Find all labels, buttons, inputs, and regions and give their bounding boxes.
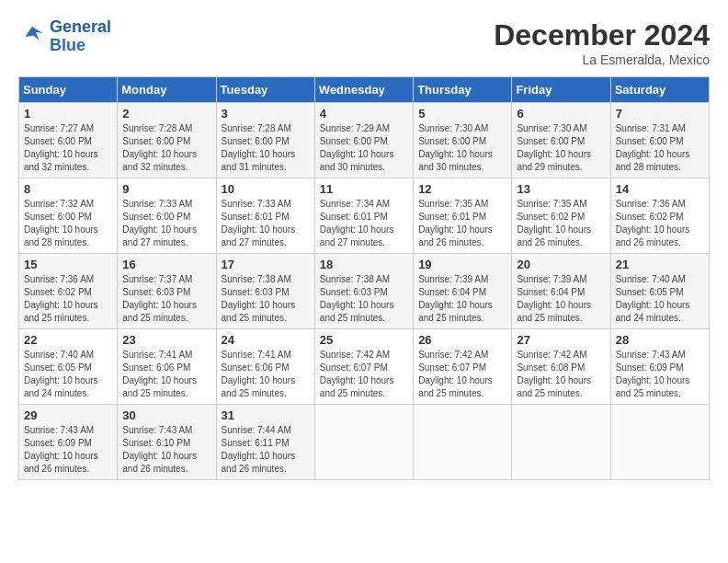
title-block: December 2024 La Esmeralda, Mexico	[494, 18, 710, 67]
day-info: Sunrise: 7:43 AMSunset: 6:09 PMDaylight:…	[24, 424, 112, 476]
day-info: Sunrise: 7:43 AMSunset: 6:10 PMDaylight:…	[122, 424, 210, 476]
calendar-cell: 20Sunrise: 7:39 AMSunset: 6:04 PMDayligh…	[512, 254, 610, 329]
day-info: Sunrise: 7:28 AMSunset: 6:00 PMDaylight:…	[222, 122, 310, 174]
calendar-cell: 16Sunrise: 7:37 AMSunset: 6:03 PMDayligh…	[118, 254, 216, 329]
day-info: Sunrise: 7:36 AMSunset: 6:02 PMDaylight:…	[24, 273, 112, 325]
logo-icon	[18, 23, 46, 51]
calendar-week-row: 15Sunrise: 7:36 AMSunset: 6:02 PMDayligh…	[19, 254, 710, 329]
day-info: Sunrise: 7:40 AMSunset: 6:05 PMDaylight:…	[616, 273, 704, 325]
calendar-cell: 1Sunrise: 7:27 AMSunset: 6:00 PMDaylight…	[19, 103, 118, 178]
day-info: Sunrise: 7:42 AMSunset: 6:08 PMDaylight:…	[517, 349, 605, 400]
day-info: Sunrise: 7:30 AMSunset: 6:00 PMDaylight:…	[418, 122, 506, 174]
calendar-table: SundayMondayTuesdayWednesdayThursdayFrid…	[18, 76, 710, 480]
calendar-cell: 14Sunrise: 7:36 AMSunset: 6:02 PMDayligh…	[610, 178, 709, 254]
calendar-week-row: 22Sunrise: 7:40 AMSunset: 6:05 PMDayligh…	[19, 329, 710, 405]
day-info: Sunrise: 7:42 AMSunset: 6:07 PMDaylight:…	[320, 349, 408, 400]
day-number: 17	[222, 258, 310, 271]
calendar-cell: 30Sunrise: 7:43 AMSunset: 6:10 PMDayligh…	[118, 405, 216, 480]
calendar-cell: 2Sunrise: 7:28 AMSunset: 6:00 PMDaylight…	[118, 103, 216, 178]
calendar-cell	[414, 405, 512, 480]
calendar-cell: 6Sunrise: 7:30 AMSunset: 6:00 PMDaylight…	[512, 103, 610, 178]
page-header: General Blue December 2024 La Esmeralda,…	[18, 18, 710, 67]
day-number: 28	[616, 333, 704, 347]
calendar-cell	[512, 405, 610, 480]
calendar-body: 1Sunrise: 7:27 AMSunset: 6:00 PMDaylight…	[19, 103, 710, 480]
day-number: 4	[320, 107, 408, 121]
calendar-header-row: SundayMondayTuesdayWednesdayThursdayFrid…	[19, 77, 710, 103]
column-header-tuesday: Tuesday	[216, 77, 314, 103]
calendar-cell: 26Sunrise: 7:42 AMSunset: 6:07 PMDayligh…	[414, 329, 512, 405]
day-number: 12	[418, 182, 506, 196]
location: La Esmeralda, Mexico	[494, 52, 710, 67]
day-info: Sunrise: 7:29 AMSunset: 6:00 PMDaylight:…	[320, 122, 408, 174]
day-info: Sunrise: 7:41 AMSunset: 6:06 PMDaylight:…	[222, 349, 310, 400]
day-number: 2	[122, 107, 210, 121]
calendar-cell: 15Sunrise: 7:36 AMSunset: 6:02 PMDayligh…	[19, 254, 118, 329]
logo-text: General Blue	[50, 18, 111, 55]
day-number: 18	[320, 258, 408, 271]
calendar-cell: 25Sunrise: 7:42 AMSunset: 6:07 PMDayligh…	[314, 329, 413, 405]
day-number: 1	[24, 107, 112, 121]
day-number: 15	[24, 258, 112, 271]
calendar-cell: 8Sunrise: 7:32 AMSunset: 6:00 PMDaylight…	[19, 178, 118, 254]
calendar-cell	[610, 405, 709, 480]
calendar-cell: 29Sunrise: 7:43 AMSunset: 6:09 PMDayligh…	[19, 405, 118, 480]
day-number: 5	[418, 107, 506, 121]
day-number: 31	[222, 408, 310, 422]
column-header-wednesday: Wednesday	[314, 77, 413, 103]
day-number: 20	[517, 258, 605, 271]
day-info: Sunrise: 7:39 AMSunset: 6:04 PMDaylight:…	[517, 273, 605, 325]
day-info: Sunrise: 7:43 AMSunset: 6:09 PMDaylight:…	[616, 349, 704, 400]
calendar-cell: 12Sunrise: 7:35 AMSunset: 6:01 PMDayligh…	[414, 178, 512, 254]
column-header-monday: Monday	[118, 77, 216, 103]
month-title: December 2024	[494, 18, 710, 52]
calendar-cell	[314, 405, 413, 480]
day-info: Sunrise: 7:39 AMSunset: 6:04 PMDaylight:…	[418, 273, 506, 325]
calendar-cell: 5Sunrise: 7:30 AMSunset: 6:00 PMDaylight…	[414, 103, 512, 178]
column-header-thursday: Thursday	[414, 77, 512, 103]
calendar-week-row: 29Sunrise: 7:43 AMSunset: 6:09 PMDayligh…	[19, 405, 710, 480]
calendar-cell: 22Sunrise: 7:40 AMSunset: 6:05 PMDayligh…	[19, 329, 118, 405]
day-number: 10	[222, 182, 310, 196]
calendar-cell: 21Sunrise: 7:40 AMSunset: 6:05 PMDayligh…	[610, 254, 709, 329]
day-info: Sunrise: 7:31 AMSunset: 6:00 PMDaylight:…	[616, 122, 704, 174]
day-number: 24	[222, 333, 310, 347]
day-info: Sunrise: 7:33 AMSunset: 6:01 PMDaylight:…	[222, 198, 310, 249]
calendar-cell: 7Sunrise: 7:31 AMSunset: 6:00 PMDaylight…	[610, 103, 709, 178]
calendar-cell: 13Sunrise: 7:35 AMSunset: 6:02 PMDayligh…	[512, 178, 610, 254]
logo: General Blue	[18, 18, 111, 55]
day-number: 14	[616, 182, 704, 196]
day-info: Sunrise: 7:44 AMSunset: 6:11 PMDaylight:…	[222, 424, 310, 476]
day-info: Sunrise: 7:37 AMSunset: 6:03 PMDaylight:…	[122, 273, 210, 325]
day-number: 23	[122, 333, 210, 347]
day-info: Sunrise: 7:33 AMSunset: 6:00 PMDaylight:…	[122, 198, 210, 249]
calendar-cell: 10Sunrise: 7:33 AMSunset: 6:01 PMDayligh…	[216, 178, 314, 254]
calendar-cell: 24Sunrise: 7:41 AMSunset: 6:06 PMDayligh…	[216, 329, 314, 405]
calendar-week-row: 8Sunrise: 7:32 AMSunset: 6:00 PMDaylight…	[19, 178, 710, 254]
day-info: Sunrise: 7:30 AMSunset: 6:00 PMDaylight:…	[517, 122, 605, 174]
day-number: 13	[517, 182, 605, 196]
calendar-cell: 3Sunrise: 7:28 AMSunset: 6:00 PMDaylight…	[216, 103, 314, 178]
column-header-sunday: Sunday	[19, 77, 118, 103]
day-info: Sunrise: 7:42 AMSunset: 6:07 PMDaylight:…	[418, 349, 506, 400]
day-info: Sunrise: 7:40 AMSunset: 6:05 PMDaylight:…	[24, 349, 112, 400]
calendar-week-row: 1Sunrise: 7:27 AMSunset: 6:00 PMDaylight…	[19, 103, 710, 178]
day-info: Sunrise: 7:35 AMSunset: 6:02 PMDaylight:…	[517, 198, 605, 249]
day-number: 7	[616, 107, 704, 121]
day-number: 19	[418, 258, 506, 271]
calendar-cell: 31Sunrise: 7:44 AMSunset: 6:11 PMDayligh…	[216, 405, 314, 480]
day-number: 22	[24, 333, 112, 347]
day-info: Sunrise: 7:27 AMSunset: 6:00 PMDaylight:…	[24, 122, 112, 174]
day-info: Sunrise: 7:34 AMSunset: 6:01 PMDaylight:…	[320, 198, 408, 249]
calendar-cell: 9Sunrise: 7:33 AMSunset: 6:00 PMDaylight…	[118, 178, 216, 254]
column-header-saturday: Saturday	[610, 77, 709, 103]
calendar-cell: 28Sunrise: 7:43 AMSunset: 6:09 PMDayligh…	[610, 329, 709, 405]
calendar-cell: 4Sunrise: 7:29 AMSunset: 6:00 PMDaylight…	[314, 103, 413, 178]
day-info: Sunrise: 7:32 AMSunset: 6:00 PMDaylight:…	[24, 198, 112, 249]
svg-marker-0	[26, 27, 43, 40]
day-number: 21	[616, 258, 704, 271]
day-info: Sunrise: 7:41 AMSunset: 6:06 PMDaylight:…	[122, 349, 210, 400]
day-number: 27	[517, 333, 605, 347]
column-header-friday: Friday	[512, 77, 610, 103]
day-number: 25	[320, 333, 408, 347]
